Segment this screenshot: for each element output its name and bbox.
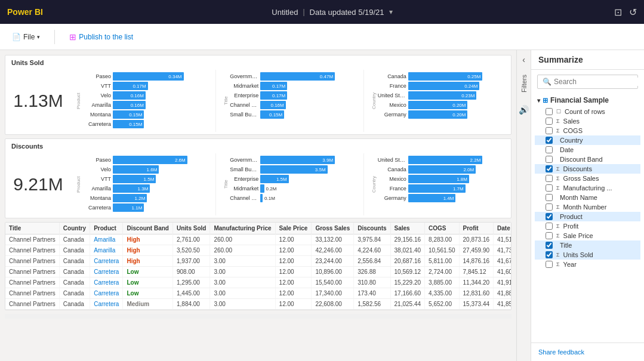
horizontal-scroll[interactable] xyxy=(5,314,511,319)
filter-item-label: Units Sold xyxy=(563,251,593,258)
table-cell: Low xyxy=(123,277,173,288)
discounts-title: Discounts xyxy=(5,139,511,151)
bar-value-outside: 0.2M xyxy=(266,186,277,192)
table-cell: 1,884.00 xyxy=(172,299,209,310)
table-cell: 4,335.00 xyxy=(425,288,460,299)
bar-label: Canada xyxy=(378,166,406,172)
filter-checkbox[interactable] xyxy=(546,261,553,268)
table-cell: 3,885.00 xyxy=(425,277,460,288)
chevron-down-icon[interactable]: ▾ xyxy=(389,8,393,16)
table-cell: 11,344.20 xyxy=(459,277,494,288)
filter-item[interactable]: ΣUnits Sold xyxy=(535,250,640,260)
filter-item[interactable]: ΣGross Sales xyxy=(535,174,640,183)
filter-item[interactable]: Date xyxy=(535,145,640,155)
bar-row: Canada0.25M xyxy=(378,72,507,81)
table-header: Manufacturing Price xyxy=(210,223,275,235)
filter-checkbox[interactable] xyxy=(546,175,553,182)
filters-tab-label[interactable]: Filters xyxy=(518,69,530,98)
bar-label: Velo xyxy=(82,166,111,172)
table-cell: Low xyxy=(123,267,173,277)
filter-item[interactable]: ΣProfit xyxy=(535,221,640,231)
share-feedback-link[interactable]: Share feedback xyxy=(538,348,584,356)
filter-checkbox[interactable] xyxy=(546,118,553,125)
filter-type-icon: Σ xyxy=(556,223,560,229)
filter-item[interactable]: ΣYear xyxy=(535,260,640,269)
bar-row: Paseo2.6M xyxy=(82,156,212,164)
bar-row: Amarilla1.3M xyxy=(82,184,212,193)
table-cell: Canada xyxy=(59,288,90,299)
filter-checkbox[interactable] xyxy=(546,108,553,115)
table-cell: Carretera xyxy=(90,299,123,310)
filter-item[interactable]: ΣManufacturing ... xyxy=(535,183,640,193)
filter-item-label: Month Number xyxy=(563,203,607,211)
filter-checkbox[interactable] xyxy=(546,156,553,163)
bar-row: Carretera0.15M xyxy=(82,120,212,128)
filter-item[interactable]: ΣSale Price xyxy=(535,231,640,240)
filter-item[interactable]: Country xyxy=(535,135,640,145)
refresh-icon[interactable]: ↺ xyxy=(629,7,637,18)
publish-button[interactable]: ⊞ Publish to the list xyxy=(64,30,138,44)
table-cell: 41,883.00 xyxy=(494,288,511,299)
filter-item[interactable]: ΣMonth Number xyxy=(535,202,640,212)
filter-type-icon: Σ xyxy=(556,175,560,181)
bar-row: Small Busi...0.15M xyxy=(230,110,359,119)
bar-fill xyxy=(260,184,264,193)
file-button[interactable]: 📄 File ▾ xyxy=(7,30,45,44)
search-box[interactable]: 🔍 xyxy=(537,75,638,89)
filter-checkbox[interactable] xyxy=(546,242,553,249)
filter-item[interactable]: ☐Count of rows xyxy=(535,107,640,116)
filters-footer: Share feedback xyxy=(531,343,644,361)
table-cell: 260.00 xyxy=(210,245,275,256)
table-cell: 41,518.00 xyxy=(494,235,511,245)
filter-checkbox[interactable] xyxy=(546,203,553,211)
filter-checkbox[interactable] xyxy=(546,146,553,153)
bar-value: 1.3M xyxy=(138,186,149,192)
filter-type-icon: Σ xyxy=(556,233,560,239)
filter-checkbox[interactable] xyxy=(546,165,553,172)
filter-item[interactable]: Title xyxy=(535,240,640,250)
filter-item[interactable]: ΣCOGS xyxy=(535,126,640,135)
bar-value: 0.24M xyxy=(464,84,477,89)
bar-value: 0.23M xyxy=(461,93,474,98)
filter-checkbox[interactable] xyxy=(546,137,553,144)
filter-checkbox[interactable] xyxy=(546,127,553,134)
filter-item[interactable]: Discount Band xyxy=(535,155,640,164)
table-cell: 12.00 xyxy=(275,277,312,288)
table-header: Sale Price xyxy=(275,223,312,235)
filter-item[interactable]: Product xyxy=(535,212,640,221)
filter-checkbox[interactable] xyxy=(546,223,553,230)
filter-checkbox[interactable] xyxy=(546,232,553,239)
filter-checkbox[interactable] xyxy=(546,194,553,201)
tree-parent-financial[interactable]: ▾ ⊞ Financial Sample xyxy=(535,94,640,107)
filters-collapse-tab[interactable]: ‹ Filters 🔊 xyxy=(516,50,531,361)
filter-checkbox[interactable] xyxy=(546,213,553,220)
filter-checkbox[interactable] xyxy=(546,251,553,258)
table-cell: Canada xyxy=(59,245,90,256)
table-cell: Amarilla xyxy=(90,235,123,245)
filter-item-label: Month Name xyxy=(560,194,597,201)
search-input[interactable] xyxy=(554,78,643,86)
filter-item-label: Profit xyxy=(563,223,579,230)
brand-logo: Power BI xyxy=(7,7,43,17)
table-cell: 29,156.16 xyxy=(390,235,425,245)
bar-row: Governme...3.9M xyxy=(230,156,359,164)
filters-header: Summarize xyxy=(531,50,644,70)
bar-row: Velo0.16M xyxy=(82,91,212,100)
bar-value: 0.15M xyxy=(269,112,282,118)
window-icon[interactable]: ⊡ xyxy=(614,7,622,18)
filter-item[interactable]: Month Name xyxy=(535,193,640,202)
bar-row: France1.7M xyxy=(378,184,507,193)
filter-checkbox[interactable] xyxy=(546,184,553,192)
filter-type-icon: Σ xyxy=(556,204,560,210)
bar-label: VTT xyxy=(82,176,111,182)
filter-item[interactable]: ΣSales xyxy=(535,116,640,126)
filter-item-label: Sales xyxy=(563,118,580,125)
bar-label: Enterprise xyxy=(230,92,258,98)
speaker-icon[interactable]: 🔊 xyxy=(519,105,529,115)
bar-fill: 3.5M xyxy=(260,165,327,174)
bar-label: France xyxy=(378,83,406,89)
collapse-icon[interactable]: ‹ xyxy=(522,55,525,64)
filter-item[interactable]: ΣDiscounts xyxy=(535,164,640,174)
table-cell: High xyxy=(123,256,173,267)
units-sold-title: Units Sold xyxy=(5,55,511,67)
